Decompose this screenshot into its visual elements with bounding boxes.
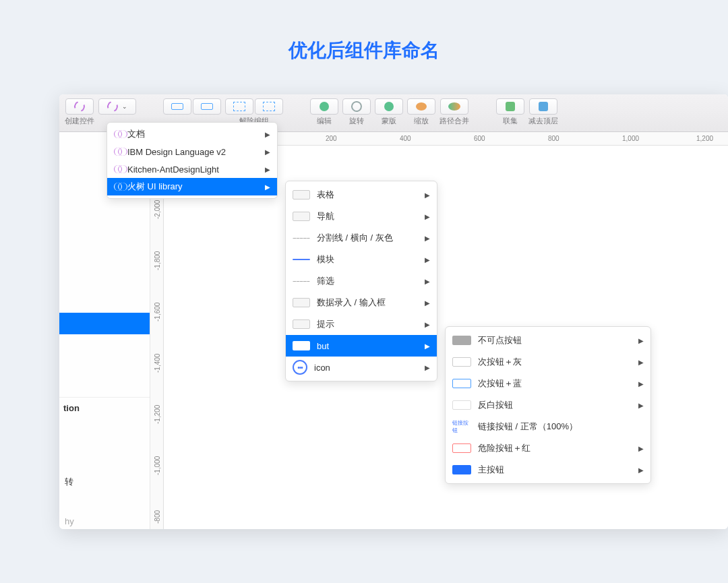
menu-item-label: 次按钮＋蓝 — [478, 377, 522, 390]
union-button[interactable] — [496, 98, 524, 115]
menu-item-label: 反白按钮 — [478, 399, 513, 411]
menu-item-ibm[interactable]: IBM Design Language v2 ▶ — [107, 143, 277, 160]
tool-create-component: 创建控件 — [65, 98, 94, 126]
preview-icon — [293, 341, 310, 350]
tool-label: 编辑 — [317, 116, 332, 126]
menu-item-label: 分割线 / 横向 / 灰色 — [317, 232, 393, 244]
menu-item-kitchen[interactable]: Kitchen-AntDesignLight ▶ — [107, 160, 277, 178]
menu-item-label: 次按钮＋灰 — [478, 356, 522, 368]
tool-label: 路径合并 — [439, 116, 469, 126]
menu-item-label: IBM Design Language v2 — [127, 147, 226, 157]
chevron-right-icon: ▶ — [638, 402, 644, 409]
create-component-button[interactable] — [65, 98, 94, 115]
menu-item-huoshu-ui[interactable]: 火树 UI library ▶ — [107, 178, 277, 195]
menu-item-divider[interactable]: 分割线 / 横向 / 灰色▶ — [286, 227, 437, 249]
group-button-1[interactable] — [225, 98, 253, 115]
ruler-tick: 400 — [400, 132, 411, 145]
menu-item-label: Kitchen-AntDesignLight — [127, 164, 219, 175]
symbol-dropdown-button[interactable]: ⌄ — [98, 98, 136, 115]
chevron-right-icon: ▶ — [425, 191, 430, 199]
menu-item-filter[interactable]: 筛选▶ — [286, 270, 437, 292]
menu-item-link-button[interactable]: 链接按钮链接按钮 / 正常（100%） — [446, 416, 650, 437]
tool-scale: 缩放 — [407, 98, 435, 126]
rotate-icon — [349, 99, 363, 113]
group-icon — [233, 102, 245, 111]
align-icon — [201, 103, 213, 110]
button-variant-menu: 不可点按钮▶ 次按钮＋灰▶ 次按钮＋蓝▶ 反白按钮▶ 链接按钮链接按钮 / 正常… — [445, 326, 651, 484]
tool-edit: 编辑 — [310, 98, 338, 126]
button-preview-icon — [452, 357, 471, 367]
selected-layer-highlight[interactable] — [59, 313, 150, 334]
menu-item-tip[interactable]: 提示▶ — [286, 313, 437, 335]
chevron-down-icon: ⌄ — [122, 103, 127, 110]
button-preview-icon — [452, 400, 471, 410]
library-icon — [114, 148, 122, 156]
menu-item-danger-button[interactable]: 危险按钮＋红▶ — [446, 437, 650, 459]
chevron-right-icon: ▶ — [265, 131, 270, 138]
chevron-right-icon: ▶ — [425, 235, 430, 242]
tool-subtract: 减去顶层 — [528, 98, 558, 126]
button-preview-icon — [452, 465, 471, 474]
menu-item-but[interactable]: but▶ — [286, 335, 437, 357]
layer-item[interactable]: 转 — [65, 476, 73, 488]
chevron-right-icon: ▶ — [638, 380, 644, 388]
group-icon — [263, 102, 275, 111]
sync-icon — [105, 99, 119, 113]
menu-item-disabled-button[interactable]: 不可点按钮▶ — [446, 330, 650, 351]
menu-item-label: but — [317, 341, 329, 351]
component-category-menu: 表格▶ 导航▶ 分割线 / 横向 / 灰色▶ 模块▶ 筛选▶ 数据录入 / 输入… — [285, 181, 437, 381]
mask-button[interactable] — [375, 98, 403, 115]
menu-item-label: 主按钮 — [478, 464, 504, 476]
ruler-tick: 600 — [474, 132, 485, 145]
subtract-button[interactable] — [529, 98, 557, 115]
align-button-2[interactable] — [193, 98, 221, 115]
path-merge-button[interactable] — [440, 98, 468, 115]
align-button-1[interactable] — [163, 98, 191, 115]
tool-label: 联集 — [503, 116, 518, 126]
align-icon — [171, 103, 183, 110]
library-icon — [114, 165, 122, 173]
menu-item-inverse-button[interactable]: 反白按钮▶ — [446, 394, 650, 416]
button-preview-icon — [452, 379, 471, 388]
layer-item[interactable]: hy — [65, 516, 74, 526]
menu-item-nav[interactable]: 导航▶ — [286, 206, 437, 227]
preview-icon: ••• — [293, 360, 307, 375]
menu-item-icon[interactable]: •••icon▶ — [286, 357, 437, 378]
union-icon — [506, 102, 515, 111]
chevron-right-icon: ▶ — [425, 256, 430, 264]
menu-item-secondary-gray-button[interactable]: 次按钮＋灰▶ — [446, 351, 650, 373]
preview-icon — [293, 319, 310, 329]
chevron-right-icon: ▶ — [638, 359, 644, 366]
menu-item-label: 文档 — [127, 128, 145, 140]
tool-align-group — [163, 98, 221, 116]
tool-rotate: 旋转 — [342, 98, 371, 126]
menu-item-document[interactable]: 文档 ▶ — [107, 125, 277, 143]
menu-item-primary-button[interactable]: 主按钮▶ — [446, 459, 650, 481]
tool-label: 减去顶层 — [528, 116, 558, 126]
rotate-button[interactable] — [342, 98, 371, 115]
menu-item-label: 链接按钮 / 正常（100%） — [478, 421, 578, 433]
sync-icon — [72, 99, 86, 113]
chevron-right-icon: ▶ — [638, 337, 644, 344]
scale-button[interactable] — [407, 98, 435, 115]
menu-item-label: 导航 — [317, 210, 334, 222]
ruler-tick: 800 — [548, 132, 559, 145]
scale-icon — [416, 102, 427, 111]
group-button-2[interactable] — [255, 98, 283, 115]
menu-item-secondary-blue-button[interactable]: 次按钮＋蓝▶ — [446, 373, 650, 394]
chevron-right-icon: ▶ — [265, 148, 270, 156]
menu-item-label: 数据录入 / 输入框 — [317, 297, 386, 309]
menu-item-module[interactable]: 模块▶ — [286, 249, 437, 270]
edit-button[interactable] — [310, 98, 338, 115]
menu-item-label: 不可点按钮 — [478, 334, 522, 346]
layer-item[interactable]: tion — [59, 397, 150, 413]
chevron-right-icon: ▶ — [265, 183, 270, 191]
tool-label: 缩放 — [414, 116, 429, 126]
button-preview-icon — [452, 336, 471, 345]
preview-icon — [293, 281, 310, 282]
menu-item-table[interactable]: 表格▶ — [286, 184, 437, 206]
library-icon — [114, 130, 122, 138]
menu-item-input[interactable]: 数据录入 / 输入框▶ — [286, 292, 437, 313]
sketch-window: 创建控件 ⌄ 解除编组 编辑 旋转 — [59, 94, 728, 529]
button-preview-icon: 链接按钮 — [452, 422, 471, 431]
